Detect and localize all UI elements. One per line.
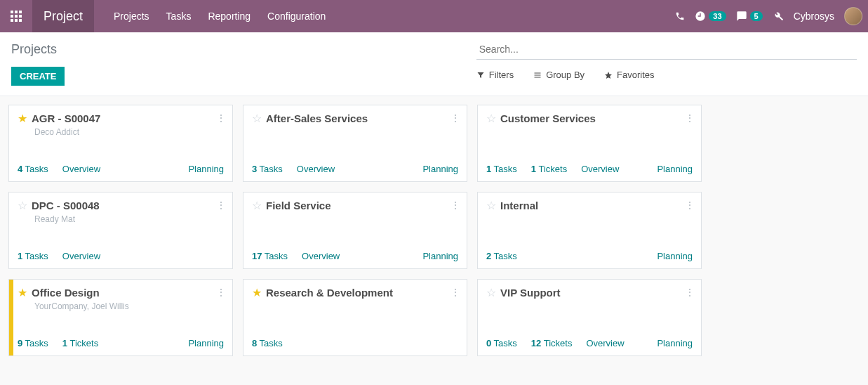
planning-link[interactable]: Planning bbox=[657, 251, 693, 261]
kebab-menu-icon[interactable]: ⋮ bbox=[216, 200, 225, 211]
overview-link[interactable]: Overview bbox=[302, 251, 340, 261]
card-footer: 4 TasksOverviewPlanning bbox=[9, 158, 232, 181]
project-card[interactable]: ☆After-Sales Services⋮3 TasksOverviewPla… bbox=[243, 105, 467, 182]
funnel-icon bbox=[476, 71, 485, 79]
project-title[interactable]: VIP Support bbox=[500, 287, 561, 299]
card-body: ☆Internal bbox=[478, 192, 701, 211]
debug-button[interactable] bbox=[773, 11, 784, 22]
kebab-menu-icon[interactable]: ⋮ bbox=[216, 112, 225, 124]
app-brand[interactable]: Project bbox=[32, 0, 94, 32]
project-card[interactable]: ★Office DesignYourCompany, Joel Willis⋮9… bbox=[8, 279, 233, 356]
activities-button[interactable]: 33 bbox=[695, 11, 726, 22]
username[interactable]: Cybrosys bbox=[794, 11, 834, 22]
project-card[interactable]: ★Research & Development⋮8 Tasks bbox=[243, 279, 467, 356]
create-button[interactable]: CREATE bbox=[11, 67, 65, 86]
project-subtitle: YourCompany, Joel Willis bbox=[34, 301, 224, 311]
favorites-button[interactable]: Favorites bbox=[604, 70, 654, 80]
project-title[interactable]: DPC - S00048 bbox=[32, 200, 100, 211]
kebab-menu-icon[interactable]: ⋮ bbox=[450, 112, 460, 124]
tasks-link[interactable]: 1 Tasks bbox=[486, 164, 517, 174]
title-row: ☆Internal bbox=[486, 200, 693, 211]
apps-menu-button[interactable] bbox=[0, 0, 32, 32]
favorite-star-icon[interactable]: ★ bbox=[18, 287, 27, 299]
svg-rect-2 bbox=[19, 11, 22, 13]
project-subtitle: Ready Mat bbox=[34, 214, 224, 224]
search-input[interactable] bbox=[476, 39, 857, 60]
tasks-link[interactable]: 3 Tasks bbox=[252, 164, 283, 174]
card-body: ☆Customer Services bbox=[478, 105, 701, 124]
title-row: ☆VIP Support bbox=[486, 287, 693, 299]
search-options: Filters Group By Favorites bbox=[476, 70, 857, 80]
svg-rect-7 bbox=[15, 19, 18, 22]
menu-projects[interactable]: Projects bbox=[105, 0, 158, 32]
tickets-link[interactable]: 1 Tickets bbox=[62, 338, 98, 348]
overview-link[interactable]: Overview bbox=[297, 164, 335, 174]
tickets-link[interactable]: 12 Tickets bbox=[531, 338, 573, 348]
project-card[interactable]: ☆Customer Services⋮1 Tasks1 TicketsOverv… bbox=[477, 105, 702, 182]
project-title[interactable]: After-Sales Services bbox=[266, 112, 368, 124]
planning-link[interactable]: Planning bbox=[657, 164, 693, 174]
overview-link[interactable]: Overview bbox=[62, 164, 100, 174]
avatar[interactable] bbox=[844, 7, 862, 25]
project-title[interactable]: Internal bbox=[500, 200, 538, 211]
project-subtitle: Deco Addict bbox=[34, 127, 224, 137]
menu-tasks[interactable]: Tasks bbox=[158, 0, 200, 32]
phone-button[interactable] bbox=[675, 11, 685, 21]
overview-link[interactable]: Overview bbox=[62, 251, 100, 261]
tasks-link[interactable]: 4 Tasks bbox=[18, 164, 48, 174]
favorite-star-icon[interactable]: ☆ bbox=[486, 200, 496, 211]
project-card[interactable]: ☆Internal⋮2 TasksPlanning bbox=[477, 192, 702, 269]
overview-link[interactable]: Overview bbox=[581, 164, 619, 174]
project-card[interactable]: ☆Field Service⋮17 TasksOverviewPlanning bbox=[243, 192, 467, 269]
project-title[interactable]: Office Design bbox=[32, 287, 100, 299]
tasks-link[interactable]: 9 Tasks bbox=[18, 338, 48, 348]
menu-configuration[interactable]: Configuration bbox=[259, 0, 334, 32]
kebab-menu-icon[interactable]: ⋮ bbox=[450, 287, 460, 298]
project-title[interactable]: Customer Services bbox=[500, 112, 596, 124]
filters-button[interactable]: Filters bbox=[476, 70, 514, 80]
groupby-button[interactable]: Group By bbox=[533, 70, 585, 80]
phone-icon bbox=[675, 11, 685, 21]
card-body: ☆After-Sales Services bbox=[243, 105, 467, 124]
favorite-star-icon[interactable]: ★ bbox=[18, 113, 27, 124]
planning-link[interactable]: Planning bbox=[188, 164, 224, 174]
tasks-link[interactable]: 17 Tasks bbox=[252, 251, 288, 261]
project-card[interactable]: ☆DPC - S00048Ready Mat⋮1 TasksOverview bbox=[8, 192, 233, 269]
tasks-link[interactable]: 2 Tasks bbox=[486, 251, 517, 261]
favorite-star-icon[interactable]: ★ bbox=[252, 287, 262, 299]
planning-link[interactable]: Planning bbox=[422, 251, 458, 261]
tasks-link[interactable]: 1 Tasks bbox=[18, 251, 48, 261]
title-row: ★AGR - S00047 bbox=[18, 112, 224, 124]
favorite-star-icon[interactable]: ☆ bbox=[486, 287, 496, 299]
main-menu: Projects Tasks Reporting Configuration bbox=[105, 0, 334, 32]
favorite-star-icon[interactable]: ☆ bbox=[486, 113, 496, 124]
card-body: ☆VIP Support bbox=[478, 280, 701, 299]
discuss-button[interactable]: 5 bbox=[736, 11, 763, 22]
card-body: ☆DPC - S00048Ready Mat bbox=[9, 192, 232, 224]
kebab-menu-icon[interactable]: ⋮ bbox=[685, 200, 694, 211]
svg-rect-6 bbox=[11, 19, 13, 22]
overview-link[interactable]: Overview bbox=[586, 338, 624, 348]
favorite-star-icon[interactable]: ☆ bbox=[252, 200, 262, 211]
kebab-menu-icon[interactable]: ⋮ bbox=[216, 287, 225, 298]
project-title[interactable]: Field Service bbox=[266, 200, 331, 211]
favorite-star-icon[interactable]: ☆ bbox=[18, 200, 27, 211]
planning-link[interactable]: Planning bbox=[657, 338, 693, 348]
svg-rect-3 bbox=[11, 15, 13, 18]
planning-link[interactable]: Planning bbox=[188, 338, 224, 348]
tasks-link[interactable]: 0 Tasks bbox=[486, 338, 517, 348]
kebab-menu-icon[interactable]: ⋮ bbox=[450, 200, 460, 211]
tickets-link[interactable]: 1 Tickets bbox=[531, 164, 567, 174]
project-title[interactable]: Research & Development bbox=[266, 287, 393, 299]
kebab-menu-icon[interactable]: ⋮ bbox=[685, 287, 694, 298]
menu-reporting[interactable]: Reporting bbox=[199, 0, 259, 32]
kebab-menu-icon[interactable]: ⋮ bbox=[685, 112, 694, 124]
project-card[interactable]: ★AGR - S00047Deco Addict⋮4 TasksOverview… bbox=[8, 105, 233, 182]
discuss-badge: 5 bbox=[750, 11, 763, 21]
favorite-star-icon[interactable]: ☆ bbox=[252, 113, 262, 124]
tasks-link[interactable]: 8 Tasks bbox=[252, 338, 283, 348]
topbar: Project Projects Tasks Reporting Configu… bbox=[0, 0, 868, 32]
project-card[interactable]: ☆VIP Support⋮0 Tasks12 TicketsOverviewPl… bbox=[477, 279, 702, 356]
planning-link[interactable]: Planning bbox=[422, 164, 458, 174]
project-title[interactable]: AGR - S00047 bbox=[32, 112, 100, 124]
